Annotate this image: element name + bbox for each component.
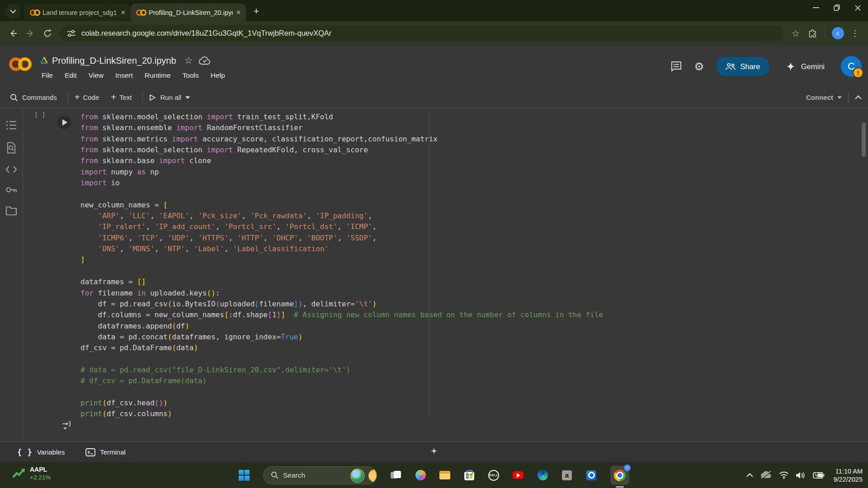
run-all-button[interactable]: Run all	[149, 94, 190, 101]
add-text-button[interactable]: + Text	[111, 92, 132, 103]
edge-button[interactable]	[537, 470, 548, 481]
code-editor[interactable]: from sklearn.model_selection import trai…	[80, 112, 603, 420]
tab-close-icon[interactable]: ×	[236, 9, 241, 16]
volume-icon[interactable]	[796, 471, 806, 479]
code-line: # df_csv = pd.DataFrame(data)	[80, 375, 603, 386]
code-line: print(df_csv.head())	[80, 398, 603, 408]
variables-button[interactable]: { } Variables	[17, 448, 65, 457]
onedrive-paused-icon[interactable]	[760, 471, 772, 479]
copilot-button[interactable]	[415, 470, 426, 481]
browser-toolbar: colab.research.google.com/drive/18uZ1Gu3…	[0, 21, 868, 45]
cell-output-icon[interactable]	[61, 421, 73, 431]
menu-tools[interactable]: Tools	[183, 71, 199, 80]
comment-icon	[670, 61, 682, 72]
chevron-down-icon	[10, 9, 16, 14]
menu-insert[interactable]: Insert	[115, 71, 133, 80]
search-icon	[271, 471, 278, 479]
wifi-icon[interactable]	[779, 471, 789, 479]
back-icon	[9, 29, 18, 38]
tab-close-icon[interactable]: ×	[120, 9, 126, 16]
site-settings-icon	[67, 30, 76, 37]
code-line: 'ICMP6', 'TCP', 'UDP', 'HTTPS', 'HTTP', …	[80, 233, 603, 244]
code-line	[80, 266, 603, 277]
people-icon	[725, 63, 736, 70]
code-line	[80, 188, 603, 199]
browser-tab-strip: Land tenure project_sdg1_zero_ × Profili…	[0, 0, 868, 21]
back-button[interactable]	[5, 25, 22, 42]
code-line	[80, 387, 603, 398]
settings-button[interactable]: ⚙	[694, 61, 704, 72]
extensions-button[interactable]	[804, 25, 821, 42]
bookmark-button[interactable]: ☆	[787, 25, 804, 42]
colab-menubar: FileEditViewInsertRuntimeToolsHelp	[42, 71, 225, 80]
toolbar-divider	[142, 92, 143, 103]
taskbar-search[interactable]: Search	[263, 466, 377, 484]
restore-button[interactable]	[826, 0, 847, 15]
cell-execution-indicator: [ ]	[34, 111, 45, 118]
menu-edit[interactable]: Edit	[65, 71, 77, 80]
new-tab-button[interactable]: +	[250, 5, 263, 18]
address-bar[interactable]: colab.research.google.com/drive/18uZ1Gu3…	[60, 25, 783, 42]
colab-header: Profiling_D-LinkSiren_20.ipynb ☆ ⚙	[0, 45, 868, 87]
file-explorer-button[interactable]	[439, 470, 450, 481]
menu-runtime[interactable]: Runtime	[145, 71, 171, 80]
microsoft-store-button[interactable]	[464, 470, 475, 481]
cloud-saved-icon[interactable]	[199, 56, 211, 65]
code-snippets-icon[interactable]	[5, 165, 17, 174]
start-button[interactable]	[239, 470, 250, 481]
notebook-title[interactable]: Profiling_D-LinkSiren_20.ipynb	[52, 56, 176, 66]
commands-button[interactable]: Commands	[10, 94, 57, 102]
add-code-button[interactable]: + Code	[75, 92, 99, 103]
toolbar-divider	[848, 92, 849, 103]
colab-toolbar: Commands + Code + Text Run all Connect	[0, 87, 868, 108]
account-avatar[interactable]: C !	[841, 56, 862, 77]
battery-charging-icon[interactable]	[813, 472, 825, 479]
collapse-header-chevron-icon[interactable]	[855, 95, 862, 99]
sparkle-icon[interactable]	[429, 446, 439, 457]
gemini-label: Gemini	[801, 62, 825, 71]
youtube-button[interactable]	[513, 470, 524, 481]
amazon-icon: a	[562, 470, 572, 480]
terminal-button[interactable]: Terminal	[85, 448, 126, 456]
minimize-button[interactable]	[806, 0, 826, 15]
files-folder-icon[interactable]	[5, 206, 17, 216]
star-notebook-icon[interactable]: ☆	[184, 55, 193, 66]
outlook-button[interactable]	[586, 470, 597, 481]
amazon-button[interactable]: a	[561, 470, 572, 481]
run-cell-button[interactable]	[57, 116, 71, 129]
add-code-label: Code	[83, 94, 99, 101]
menu-view[interactable]: View	[89, 71, 104, 80]
connect-button[interactable]: Connect	[806, 94, 833, 101]
extensions-puzzle-icon	[808, 29, 817, 38]
gemini-button[interactable]: Gemini	[785, 61, 825, 72]
table-of-contents-icon[interactable]	[6, 120, 17, 130]
menu-file[interactable]: File	[42, 71, 53, 80]
reload-icon	[43, 29, 52, 38]
tray-overflow-chevron-icon[interactable]	[746, 473, 753, 477]
chrome-button-active[interactable]: c	[610, 466, 629, 485]
browser-tab-profiling-notebook[interactable]: Profiling_D-LinkSiren_20.ipynb ×	[131, 4, 246, 21]
reload-button[interactable]	[39, 25, 56, 42]
menu-help[interactable]: Help	[211, 71, 225, 80]
task-view-button[interactable]	[391, 470, 401, 481]
browser-tab-land-tenure[interactable]: Land tenure project_sdg1_zero_ ×	[24, 4, 131, 21]
forward-button[interactable]	[22, 25, 39, 42]
chevron-down-icon[interactable]	[185, 96, 190, 99]
notebook-scrollbar[interactable]	[862, 122, 866, 157]
screen: Land tenure project_sdg1_zero_ × Profili…	[0, 0, 868, 488]
colab-logo[interactable]	[9, 57, 32, 71]
browser-menu-button[interactable]: ⋮	[846, 25, 863, 42]
dell-app-button[interactable]: DELL	[488, 470, 499, 481]
chevron-down-icon[interactable]	[837, 96, 842, 99]
code-line: df_csv = pd.DataFrame(data)	[80, 343, 603, 353]
gear-icon: ⚙	[694, 60, 704, 73]
taskbar-clock[interactable]: 11:10 AM 9/22/2025	[833, 467, 863, 483]
close-button[interactable]	[847, 0, 868, 15]
tab-search-button[interactable]	[5, 4, 21, 19]
taskbar-stock-widget[interactable]: AAPL +2.21%	[12, 466, 51, 481]
secrets-key-icon[interactable]	[5, 185, 17, 194]
browser-profile-button[interactable]: c	[829, 25, 846, 42]
comments-button[interactable]	[670, 61, 682, 72]
find-replace-icon[interactable]	[6, 142, 16, 154]
share-button[interactable]: Share	[716, 57, 769, 76]
